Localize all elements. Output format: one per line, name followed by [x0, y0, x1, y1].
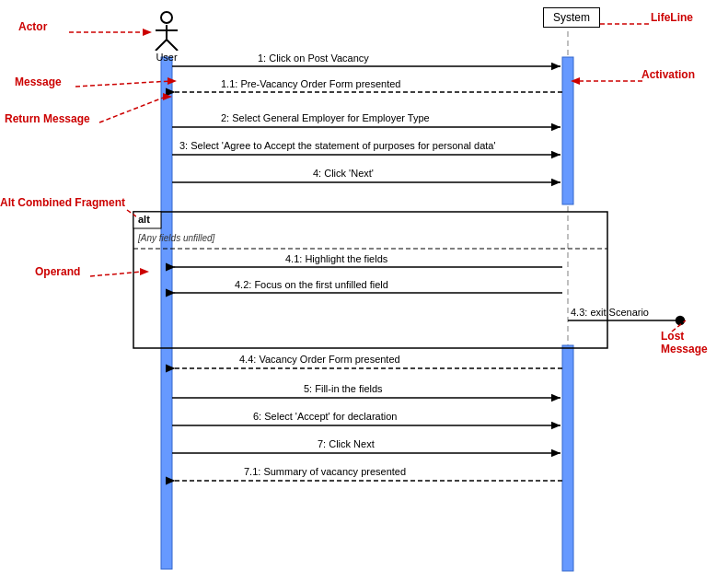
msg-1: 1: Click on Post Vacancy	[258, 52, 369, 64]
activation-annotation: Activation	[641, 68, 695, 81]
sequence-diagram: User System 1: Click on Post Vacancy 1.1…	[0, 0, 728, 582]
lost-message-annotation: Lost Message	[661, 330, 728, 355]
operand-condition: [Any fields unfilled]	[138, 233, 214, 243]
svg-rect-3	[161, 57, 172, 569]
svg-rect-5	[562, 345, 573, 571]
actor-annotation: Actor	[18, 20, 47, 33]
alt-fragment-annotation: Alt Combined Fragment	[0, 196, 125, 209]
svg-marker-33	[571, 77, 580, 85]
msg-6: 6: Select 'Accept' for declaration	[253, 411, 397, 422]
svg-rect-4	[562, 57, 573, 204]
svg-marker-25	[168, 77, 177, 85]
operand-annotation: Operand	[35, 265, 80, 278]
msg-4-4: 4.4: Vacancy Order Form presented	[239, 354, 400, 365]
svg-marker-31	[140, 268, 149, 275]
msg-4-3: 4.3: exit Scenario	[571, 307, 649, 318]
svg-line-26	[99, 97, 166, 122]
svg-line-24	[75, 81, 170, 87]
svg-line-30	[90, 272, 143, 276]
svg-marker-27	[163, 93, 172, 100]
user-actor: User	[150, 11, 183, 63]
alt-label: alt	[136, 214, 152, 225]
svg-line-39	[156, 40, 167, 51]
user-label: User	[150, 52, 183, 63]
system-box: System	[543, 7, 600, 28]
return-message-annotation: Return Message	[5, 112, 90, 125]
message-annotation: Message	[15, 76, 62, 88]
msg-4-1: 4.1: Highlight the fields	[285, 253, 387, 264]
msg-7-1: 7.1: Summary of vacancy presented	[244, 466, 406, 477]
msg-4-2: 4.2: Focus on the first unfilled field	[235, 279, 388, 290]
msg-7: 7: Click Next	[318, 438, 375, 449]
msg-2: 2: Select General Employer for Employer …	[221, 112, 430, 123]
msg-1-1: 1.1: Pre-Vacancy Order Form presented	[221, 78, 400, 89]
svg-line-40	[167, 40, 178, 51]
actor-figure	[150, 25, 183, 51]
msg-3: 3: Select 'Agree to Accept the statement…	[179, 140, 496, 151]
msg-4: 4: Click 'Next'	[313, 168, 374, 179]
lifeline-annotation: LifeLine	[651, 11, 693, 24]
msg-5: 5: Fill-in the fields	[304, 383, 383, 394]
